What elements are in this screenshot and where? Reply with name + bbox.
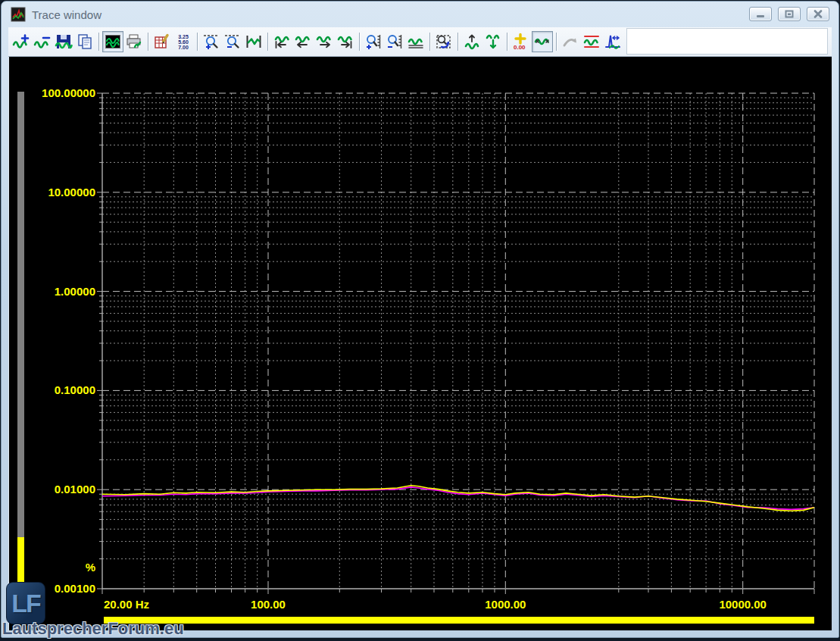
- zoom-x-in-icon: [202, 33, 220, 51]
- window-controls: [749, 7, 829, 21]
- scroll-far-right-button[interactable]: [335, 31, 356, 52]
- scroll-right-button[interactable]: [314, 31, 335, 52]
- save-trace-button[interactable]: [53, 31, 74, 52]
- svg-text:0.00: 0.00: [514, 44, 526, 51]
- toolbar-separator: [429, 33, 430, 51]
- add-trace-icon: [12, 33, 30, 51]
- scroll-far-right-icon: [336, 33, 354, 51]
- set-origin-button[interactable]: 0.00: [511, 31, 532, 52]
- trace-plot-svg: [9, 57, 832, 630]
- zoom-y-out-icon: [386, 33, 404, 51]
- y-tick-label: 10.00000: [9, 186, 95, 199]
- x-tick-label: 20.00 Hz: [104, 598, 149, 611]
- save-trace-icon: [55, 33, 73, 51]
- y-tick-label: 0.01000: [9, 483, 95, 496]
- move-down-icon: [484, 33, 502, 51]
- subtract-trace-button[interactable]: [32, 31, 53, 52]
- printer-icon: [125, 33, 143, 51]
- y-tick-label: 0.10000: [9, 383, 95, 396]
- toolbar-separator: [359, 33, 360, 51]
- measure-gate-button[interactable]: [602, 31, 623, 52]
- value-list-line: 5.60: [178, 39, 189, 45]
- toolbar-separator: [197, 33, 198, 51]
- show-value-list-button[interactable]: 3.25 5.60 7.00: [173, 31, 194, 52]
- trace-magenta: [102, 487, 814, 510]
- scroll-far-left-button[interactable]: [271, 31, 292, 52]
- trace-window: Trace window: [1, 1, 839, 638]
- limit-lines-icon: [582, 33, 601, 51]
- move-up-icon: [463, 33, 481, 51]
- zoom-y-in-button[interactable]: [363, 31, 384, 52]
- maximize-icon: [785, 10, 794, 18]
- markers-icon: [533, 33, 551, 51]
- show-limits-button[interactable]: [581, 31, 602, 52]
- watermark-text: LautsprecherForum.eu: [2, 619, 184, 639]
- zoom-x-out-button[interactable]: [222, 31, 243, 52]
- value-list-icon: 3.25 5.60 7.00: [178, 34, 189, 50]
- move-trace-up-button[interactable]: [461, 31, 482, 52]
- zoom-selection-icon: [435, 33, 453, 51]
- logo-text: LF: [11, 589, 40, 618]
- x-tick-label: 1000.00: [460, 598, 551, 611]
- zoom-x-out-icon: [223, 33, 242, 51]
- shift-trace-button[interactable]: [560, 31, 581, 52]
- x-tick-label: 100.00: [223, 598, 314, 611]
- normalize-trace-button[interactable]: [405, 31, 426, 52]
- zoom-x-in-button[interactable]: [201, 31, 222, 52]
- value-list-line: 7.00: [178, 45, 189, 50]
- x-tick-label: 10000.00: [698, 598, 788, 611]
- toolbar-separator: [267, 33, 268, 51]
- shift-trace-icon: [561, 33, 579, 51]
- y-tick-label: 1.00000: [9, 285, 95, 298]
- move-trace-down-button[interactable]: [482, 31, 504, 52]
- toolbar-separator: [148, 33, 148, 51]
- toolbar-separator: [507, 33, 507, 51]
- subtract-trace-icon: [33, 33, 52, 51]
- app-icon: [11, 7, 26, 22]
- edit-table-icon: [153, 33, 171, 51]
- level-meter-track: [17, 92, 24, 537]
- toolbar-separator: [98, 33, 99, 51]
- plot-area[interactable]: % 100.0000010.000001.000000.100000.01000…: [8, 57, 832, 630]
- normalize-icon: [407, 33, 425, 51]
- scroll-far-left-icon: [273, 33, 291, 51]
- fit-horizontal-icon: [245, 33, 263, 51]
- value-list-line: 3.25: [178, 34, 189, 39]
- close-button[interactable]: [807, 7, 829, 21]
- y-tick-label: 100.00000: [9, 86, 95, 99]
- edit-trace-values-button[interactable]: [151, 31, 173, 52]
- scroll-left-icon: [294, 33, 312, 51]
- toolbar-blank-panel: [626, 28, 828, 55]
- gate-window-icon: [604, 33, 622, 51]
- add-trace-button[interactable]: [11, 31, 32, 52]
- origin-crosshair-icon: 0.00: [512, 33, 530, 51]
- y-axis-unit-label: %: [9, 561, 95, 574]
- title-bar[interactable]: Trace window: [2, 2, 838, 27]
- toggle-markers-button[interactable]: [532, 31, 553, 52]
- toolbar-separator: [556, 33, 557, 51]
- trace-display-icon: [104, 33, 122, 51]
- toolbar-separator: [457, 33, 458, 51]
- zoom-y-in-icon: [364, 33, 383, 51]
- lautsprecherforum-logo: LF: [6, 582, 45, 624]
- minimize-button[interactable]: [749, 7, 772, 21]
- minimize-icon: [756, 11, 765, 18]
- scroll-right-icon: [315, 33, 333, 51]
- frequency-range-bar[interactable]: [104, 617, 814, 624]
- close-icon: [813, 10, 823, 18]
- zoom-y-out-button[interactable]: [384, 31, 405, 52]
- scroll-left-button[interactable]: [292, 31, 314, 52]
- copy-icon: [76, 33, 94, 51]
- chart-canvas: [9, 57, 832, 633]
- toolbar: 3.25 5.60 7.00: [8, 27, 832, 57]
- copy-trace-button[interactable]: [74, 31, 95, 52]
- maximize-button[interactable]: [778, 7, 801, 21]
- show-trace-window-button[interactable]: [102, 31, 123, 52]
- zoom-selection-button[interactable]: [433, 31, 454, 52]
- print-trace-button[interactable]: [123, 31, 145, 52]
- fit-trace-horizontal-button[interactable]: [243, 31, 264, 52]
- window-title: Trace window: [32, 8, 101, 21]
